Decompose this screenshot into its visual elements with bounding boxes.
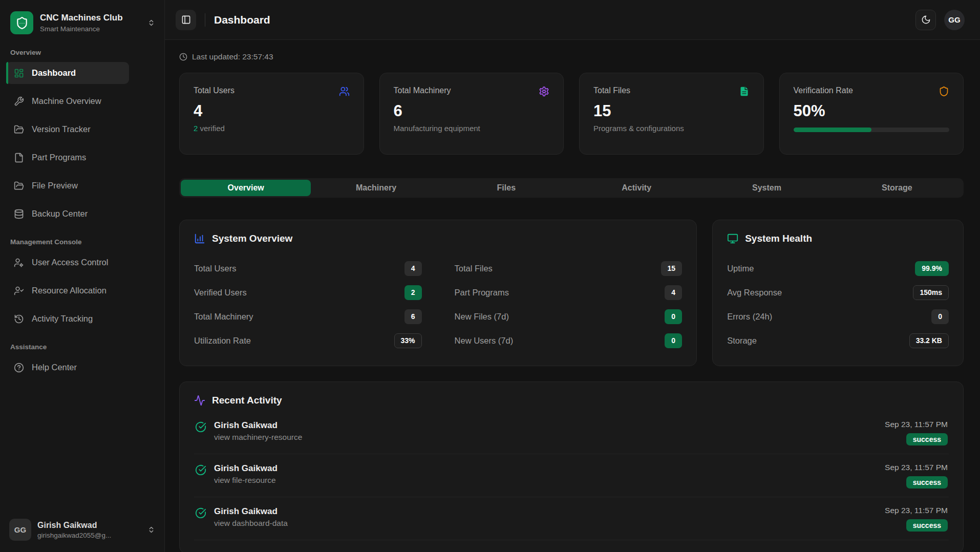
last-updated-text: Last updated: 23:57:43 [192, 52, 273, 61]
gear-icon [539, 86, 549, 97]
sidebar-nav: Overview Dashboard Machine Overview Vers… [0, 37, 164, 512]
value-badge: 4 [665, 285, 682, 300]
status-badge: success [906, 519, 948, 532]
check-circle-icon [195, 421, 206, 433]
status-badge: success [906, 433, 948, 445]
sidebar-item-resource-allocation[interactable]: Resource Allocation [6, 280, 129, 302]
overview-row: New Users (7d) 0 [455, 329, 683, 353]
overview-row: Total Machinery 6 [194, 305, 422, 329]
activity-list: Girish Gaikwad view machinery-resource S… [194, 411, 949, 540]
overview-row: Total Users 4 [194, 257, 422, 281]
sidebar: CNC Machines Club Smart Maintenance Over… [0, 0, 165, 552]
tab-activity[interactable]: Activity [571, 180, 701, 196]
tab-system[interactable]: System [701, 180, 832, 196]
overview-row: Total Files 15 [455, 257, 683, 281]
user-email: girishgaikwad2055@g... [37, 532, 111, 539]
sidebar-item-label: User Access Control [32, 258, 108, 267]
stat-card-total-users: Total Users 4 2 verified [179, 73, 364, 155]
stat-card-value: 4 [194, 103, 350, 119]
sidebar-item-help-center[interactable]: Help Center [6, 356, 129, 378]
check-circle-icon [195, 507, 206, 519]
page-title: Dashboard [214, 14, 270, 26]
check-circle-icon [195, 464, 206, 476]
activity-pulse-icon [194, 395, 205, 406]
tab-storage[interactable]: Storage [832, 180, 962, 196]
theme-toggle-button[interactable] [915, 10, 936, 30]
sidebar-item-version-tracker[interactable]: Version Tracker [6, 118, 129, 140]
activity-time: Sep 23, 11:57 PM [885, 506, 948, 515]
health-row: Errors (24h) 0 [727, 305, 949, 329]
value-badge: 0 [931, 309, 949, 324]
sidebar-item-user-access-control[interactable]: User Access Control [6, 251, 129, 273]
activity-user: Girish Gaikwad [214, 420, 302, 431]
panel-title: Recent Activity [212, 395, 282, 406]
value-badge: 0 [665, 309, 682, 324]
tab-overview[interactable]: Overview [181, 180, 311, 196]
stat-cards: Total Users 4 2 verified Total Machinery… [179, 73, 964, 155]
user-avatar: GG [9, 519, 31, 541]
activity-time: Sep 23, 11:57 PM [885, 463, 948, 472]
sidebar-item-dashboard[interactable]: Dashboard [6, 62, 129, 84]
app-tagline: Smart Maintenance [40, 25, 123, 33]
dashboard-tabs: Overview Machinery Files Activity System… [179, 178, 964, 198]
panel-title: System Health [745, 233, 812, 244]
overview-row: New Files (7d) 0 [455, 305, 683, 329]
clock-icon [179, 53, 187, 61]
nav-section-overview: Overview [6, 41, 158, 62]
stat-card-verification-rate: Verification Rate 50% [779, 73, 964, 155]
history-icon [14, 314, 24, 324]
stat-card-value: 6 [394, 103, 550, 119]
activity-action: view file-resource [214, 476, 278, 485]
sidebar-item-activity-tracking[interactable]: Activity Tracking [6, 308, 129, 330]
verification-progress-bar [794, 128, 950, 132]
sidebar-user-card[interactable]: GG Girish Gaikwad girishgaikwad2055@g... [0, 512, 164, 552]
sidebar-item-label: Version Tracker [32, 124, 91, 134]
chevrons-up-down-icon[interactable] [147, 526, 155, 534]
activity-action: view machinery-resource [214, 433, 302, 442]
sidebar-item-label: Backup Center [32, 209, 88, 219]
health-row: Uptime 99.9% [727, 257, 949, 281]
health-row: Storage 33.2 KB [727, 329, 949, 353]
activity-row: Girish Gaikwad view file-resource Sep 23… [194, 454, 949, 497]
sidebar-item-part-programs[interactable]: Part Programs [6, 146, 129, 168]
folder-open-icon [14, 181, 24, 191]
database-icon [14, 209, 24, 219]
file-text-icon [739, 86, 750, 97]
user-cog-icon [14, 258, 24, 268]
stat-card-subtitle: 2 verified [194, 124, 350, 133]
system-overview-panel: System Overview Total Users 4 Verified U… [179, 220, 697, 366]
wrench-icon [14, 96, 24, 107]
topbar-divider [205, 13, 205, 27]
activity-action: view dashboard-data [214, 519, 288, 528]
top-bar: Dashboard GG [165, 0, 980, 40]
stat-card-value: 15 [593, 103, 750, 119]
value-badge: 33% [394, 333, 422, 348]
tab-machinery[interactable]: Machinery [311, 180, 441, 196]
stat-card-label: Verification Rate [794, 86, 854, 95]
sidebar-header[interactable]: CNC Machines Club Smart Maintenance [0, 0, 164, 37]
activity-user: Girish Gaikwad [214, 506, 288, 517]
recent-activity-panel: Recent Activity Girish Gaikwad view mach… [179, 381, 964, 552]
sidebar-toggle-button[interactable] [176, 10, 196, 30]
panel-left-icon [181, 15, 191, 25]
chevrons-up-down-icon[interactable] [147, 19, 155, 27]
app-title: CNC Machines Club [40, 13, 123, 23]
dashboard-grid-icon [14, 68, 24, 78]
tab-files[interactable]: Files [441, 180, 571, 196]
value-badge: 33.2 KB [909, 333, 949, 348]
system-health-panel: System Health Uptime 99.9% Avg Response … [712, 220, 964, 366]
overview-row: Utilization Rate 33% [194, 329, 422, 353]
sidebar-item-label: Machine Overview [32, 96, 101, 106]
activity-time: Sep 23, 11:57 PM [885, 420, 948, 429]
moon-icon [921, 15, 931, 25]
value-badge: 2 [404, 285, 422, 300]
help-circle-icon [14, 363, 24, 373]
header-avatar[interactable]: GG [944, 10, 965, 30]
sidebar-item-machine-overview[interactable]: Machine Overview [6, 90, 129, 112]
stat-card-label: Total Files [593, 86, 630, 95]
overview-row: Verified Users 2 [194, 281, 422, 305]
monitor-icon [727, 233, 738, 244]
sidebar-item-backup-center[interactable]: Backup Center [6, 203, 129, 225]
stat-card-label: Total Machinery [394, 86, 451, 95]
sidebar-item-file-preview[interactable]: File Preview [6, 175, 129, 197]
